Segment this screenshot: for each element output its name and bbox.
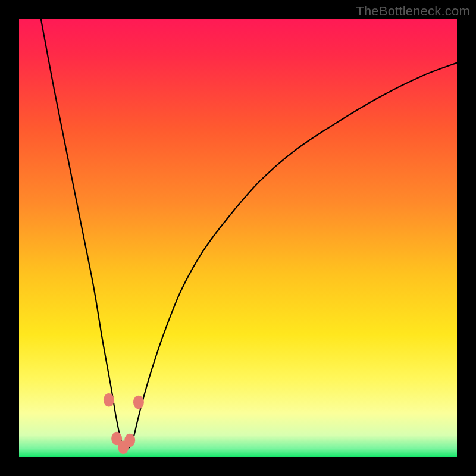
trough-marker [133,396,144,409]
bottleneck-chart [19,19,457,457]
gradient-background [19,19,457,457]
trough-marker [124,434,135,447]
plot-area [19,19,457,457]
watermark-label: TheBottleneck.com [356,4,470,19]
chart-frame: TheBottleneck.com [0,0,476,476]
trough-marker [104,393,114,407]
